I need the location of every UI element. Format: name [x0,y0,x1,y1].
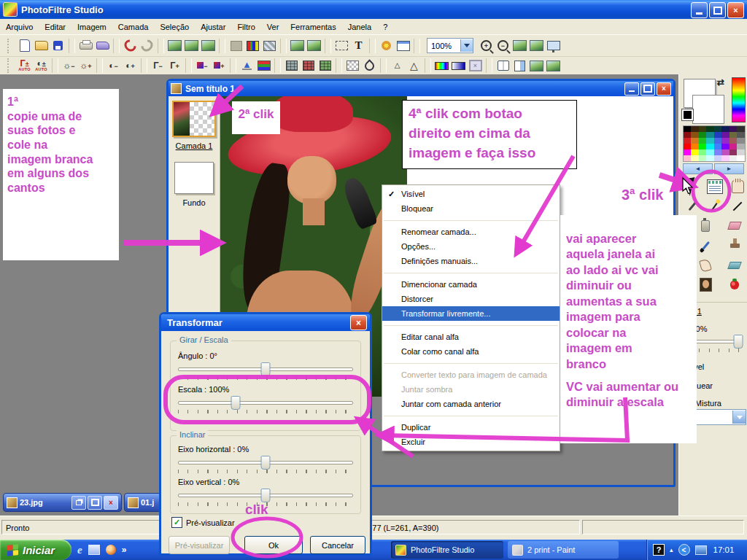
cancel-button[interactable]: Cancelar [310,536,365,554]
tool-eraser[interactable] [726,217,743,235]
import-image-button[interactable] [545,58,562,74]
scan-button[interactable] [94,37,111,54]
toolbar-grip-2[interactable] [7,58,12,73]
background-color-swatch[interactable] [692,95,724,124]
undo-button[interactable] [122,37,139,54]
menu-item-dimencionar[interactable]: Dimencionar camada [382,277,560,292]
menu-imagem[interactable]: Imagem [71,20,112,34]
palette-row[interactable] [684,144,745,149]
menu-item-excluir[interactable]: Excluir [382,435,560,449]
palette-row[interactable] [684,126,745,132]
zoom-out-button[interactable]: − [495,37,511,54]
split-page-button[interactable] [511,58,528,74]
combo-dropdown-arrow-icon[interactable] [732,411,746,424]
axis-h-slider[interactable] [178,456,353,473]
open-button[interactable] [33,37,50,54]
tool-brush[interactable] [697,237,714,254]
tool-cursor[interactable] [684,178,701,195]
restore-button[interactable] [709,2,726,18]
menu-ferramentas[interactable]: Ferramentas [285,20,341,34]
fit-image-button[interactable] [511,37,528,54]
help-tray-icon[interactable]: ? [653,544,665,556]
blur-button[interactable] [361,58,378,74]
tool-stamp[interactable] [726,237,743,254]
gamma-plus-button[interactable]: Γ+ [166,58,183,74]
image-copy-button[interactable] [183,37,200,54]
photomasque-button[interactable] [166,37,183,54]
quick-launch-app-icon[interactable] [106,545,116,555]
menu-ver[interactable]: Ver [261,20,285,34]
histogram-button[interactable]: ▲ [239,58,255,74]
network-tray-icon[interactable] [695,545,707,555]
doc-minimize-button[interactable] [624,82,639,96]
tool-art[interactable] [697,276,714,294]
slideshow-button[interactable] [545,37,562,54]
brightness-minus-button[interactable]: ☼− [61,58,77,74]
print-button[interactable] [77,37,94,54]
levels-button[interactable] [255,58,272,74]
tool-nozzle[interactable] [726,276,743,294]
blue-width-button[interactable] [450,58,467,74]
auto-contrast-button[interactable]: ◐± AUTO [33,58,50,74]
menu-arquivo[interactable]: Arquivo [0,20,39,34]
menu-item-definicoes[interactable]: Definições manuais... [382,254,560,268]
gamma-minus-button[interactable]: Γ− [150,58,166,74]
palette-row[interactable] [684,149,745,155]
palette-next-button[interactable]: ► [714,163,744,174]
selection-tool-button[interactable] [333,37,350,54]
mdi-restore-button[interactable] [71,496,86,510]
menu-ajustar[interactable]: Ajustar [195,20,231,34]
auto-levels-button[interactable]: Γ± AUTO [16,58,33,74]
taskbar-item-paint[interactable]: 2 print - Paint [508,541,619,559]
tool-spray[interactable] [697,217,714,235]
zoom-in-button[interactable]: + [478,37,495,54]
full-size-button[interactable] [528,37,545,54]
menu-editar[interactable]: Editar [39,20,71,34]
frame-button[interactable]: × [467,58,484,74]
close-button[interactable]: × [727,2,744,18]
dialog-title-bar[interactable]: Transformar × [161,314,370,331]
zoom-select[interactable]: 100% [427,38,473,53]
scale-slider[interactable] [178,396,353,413]
menu-item-juntar-anterior[interactable]: Juntar com camada anterior [382,397,560,411]
image-browser-button[interactable] [289,37,306,54]
palette-row[interactable] [684,132,745,138]
hide-selection-button[interactable] [228,37,244,54]
rainbow-gradient-picker[interactable] [732,77,746,122]
contrast-plus-button[interactable]: ◐+ [122,58,139,74]
grid-red-button[interactable] [300,58,317,74]
menu-selecao[interactable]: Seleção [154,20,195,34]
transparency-button[interactable] [344,58,361,74]
sharpen-more-button[interactable]: △ [406,58,422,74]
menu-item-colar-canal-alfa[interactable]: Colar como canal alfa [382,344,560,359]
tray-expand-icon[interactable]: ▴ [670,546,673,553]
layer-label-fundo[interactable]: Fundo [182,198,205,207]
saturation-plus-button[interactable]: + [211,58,228,74]
swap-colors-icon[interactable]: ⇄ [717,77,724,88]
menu-item-distorcer[interactable]: Distorcer [382,292,560,306]
tool-palette-toggle-button[interactable] [395,37,411,54]
angle-slider[interactable] [178,362,353,380]
tool-smudge[interactable] [697,257,714,274]
menu-item-bloquear[interactable]: Bloquear [382,201,560,216]
mdi-close-button[interactable]: × [104,496,118,510]
menu-item-opcoes[interactable]: Opções... [382,239,560,254]
image-paste-button[interactable] [200,37,217,54]
show-desktop-icon[interactable] [88,545,100,555]
doc-maximize-button[interactable] [640,82,655,96]
contrast-minus-button[interactable]: ◐− [105,58,122,74]
ok-button[interactable]: Ok [244,536,303,554]
document-title-bar[interactable]: Sem título 1 × [169,81,673,96]
texture-button[interactable] [261,37,278,54]
tool-pastel[interactable] [726,257,743,274]
redo-button[interactable] [139,37,155,54]
new-file-button[interactable] [16,37,33,54]
image-explorer-button[interactable] [306,37,322,54]
menu-help[interactable]: ? [377,20,393,34]
saturation-minus-button[interactable]: − [194,58,211,74]
menu-janela[interactable]: Janela [342,20,377,34]
grid-green-button[interactable] [317,58,333,74]
menu-item-editar-canal-alfa[interactable]: Editar canal alfa [382,330,560,344]
color-palette-button[interactable] [244,37,261,54]
tool-hand[interactable] [729,178,746,195]
